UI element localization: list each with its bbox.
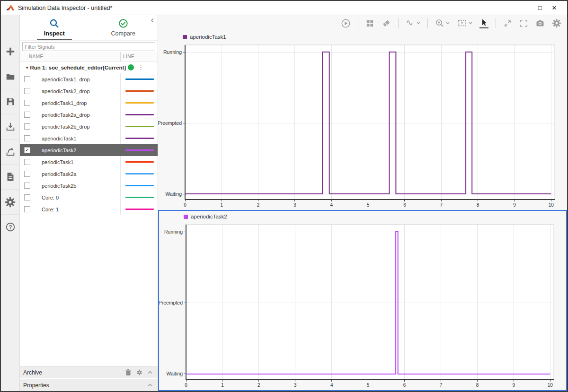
maximize-button[interactable]: □ — [533, 2, 547, 14]
signal-checkbox[interactable] — [24, 183, 30, 189]
signal-name: Core: 1 — [42, 207, 120, 212]
line-column — [120, 85, 158, 97]
signal-checkbox[interactable] — [24, 112, 30, 118]
signal-name: periodicTask1 — [42, 159, 120, 165]
fullscreen-button[interactable] — [519, 19, 528, 28]
signal-panel: Inspect Compare NAME LINE ▾ Run 1: soc_s… — [20, 15, 158, 391]
signal-checkbox[interactable] — [24, 159, 30, 165]
signal-row[interactable]: aperiodicTask2_drop — [20, 85, 158, 97]
chevron-down-icon — [417, 22, 420, 25]
svg-text:Preempted: Preempted — [159, 300, 183, 305]
signal-list: aperiodicTask1_drop aperiodicTask2_drop … — [20, 73, 158, 215]
svg-text:8: 8 — [477, 202, 479, 208]
signal-name: periodicTask1_drop — [42, 100, 120, 106]
close-button[interactable]: ✕ — [547, 2, 561, 14]
signal-checkbox[interactable] — [24, 135, 30, 141]
preferences-button[interactable] — [1, 189, 19, 214]
open-button[interactable] — [1, 64, 19, 89]
import-button[interactable] — [1, 114, 19, 139]
signal-row[interactable]: ✓ aperiodicTask2 — [20, 144, 158, 156]
legend-label: aperiodicTask2 — [191, 214, 227, 219]
layout-grid-button[interactable] — [365, 19, 374, 28]
signal-row[interactable]: periodicTask2a — [20, 168, 158, 180]
signal-name: periodicTask2a_drop — [42, 112, 120, 118]
legend-swatch — [184, 215, 188, 219]
signal-row[interactable]: Core: 1 — [20, 203, 158, 215]
signal-checkbox[interactable]: ✓ — [24, 147, 30, 153]
chevron-left-icon[interactable] — [149, 17, 156, 24]
create-report-button[interactable] — [1, 164, 19, 189]
line-column — [120, 156, 158, 168]
replay-button[interactable] — [341, 18, 351, 28]
signal-checkbox[interactable] — [24, 194, 30, 200]
svg-text:0: 0 — [184, 202, 186, 208]
kebab-menu-icon[interactable]: ⋮ — [138, 64, 144, 70]
svg-text:9: 9 — [513, 202, 516, 208]
archive-settings-button[interactable] — [136, 369, 142, 375]
run-expand-caret-icon[interactable]: ▾ — [26, 65, 28, 70]
fit-to-view-button[interactable] — [457, 18, 472, 28]
export-button[interactable] — [1, 139, 19, 164]
signal-checkbox[interactable] — [24, 206, 30, 212]
camera-icon — [535, 18, 545, 28]
toolbar-separator — [496, 18, 496, 28]
signal-line-swatch — [125, 114, 154, 115]
subplot-2-selected[interactable]: aperiodicTask2 012345678910WaitingPreemp… — [158, 210, 567, 391]
signal-checkbox[interactable] — [24, 171, 30, 177]
signal-row[interactable]: aperiodicTask1_drop — [20, 73, 158, 85]
tab-inspect[interactable]: Inspect — [20, 15, 89, 40]
subplot-1-legend: aperiodicTask1 — [158, 31, 567, 43]
archive-trash-button[interactable] — [125, 369, 132, 376]
snapshot-button[interactable] — [535, 18, 545, 28]
tab-compare-label: Compare — [111, 30, 135, 37]
line-column — [120, 109, 158, 121]
signal-checkbox[interactable] — [24, 76, 30, 82]
line-column — [120, 203, 158, 215]
svg-text:?: ? — [9, 224, 12, 230]
signal-checkbox[interactable] — [24, 88, 30, 94]
svg-text:0: 0 — [185, 383, 187, 388]
archive-collapse-button[interactable] — [147, 370, 153, 375]
toolbar-separator — [427, 18, 428, 28]
subplot-1-canvas[interactable]: 012345678910WaitingPreemptedRunning — [158, 43, 567, 210]
svg-text:3: 3 — [294, 383, 297, 388]
column-header-name: NAME — [20, 54, 120, 59]
matlab-logo-icon — [6, 4, 15, 12]
cursor-tool-button[interactable] — [479, 18, 488, 28]
properties-collapse-button[interactable] — [147, 383, 153, 387]
signal-options-button[interactable] — [406, 18, 420, 28]
clear-plots-button[interactable] — [382, 18, 391, 28]
add-button[interactable] — [1, 39, 19, 64]
fit-to-view-icon — [457, 18, 467, 28]
signal-checkbox[interactable] — [24, 123, 30, 130]
archive-label: Archive — [23, 369, 125, 376]
save-button[interactable] — [1, 89, 19, 114]
signal-row[interactable]: periodicTask1 — [20, 156, 158, 168]
expand-plot-button[interactable] — [503, 19, 512, 28]
signal-name: periodicTask2b — [42, 183, 120, 189]
zoom-button[interactable] — [435, 18, 450, 28]
signal-checkbox[interactable] — [24, 100, 30, 106]
filter-signals-input[interactable] — [22, 42, 155, 51]
subplot-2-canvas[interactable]: 012345678910WaitingPreemptedRunning — [159, 222, 566, 390]
plot-settings-button[interactable] — [552, 18, 561, 28]
signal-row[interactable]: periodicTask2a_drop — [20, 109, 158, 121]
help-button[interactable]: ? — [1, 214, 19, 239]
settings-gear-icon — [552, 18, 561, 28]
signal-row[interactable]: aperiodicTask1 — [20, 132, 158, 144]
import-icon — [5, 122, 16, 132]
signal-row[interactable]: Core: 0 — [20, 192, 158, 203]
signal-row[interactable]: periodicTask1_drop — [20, 97, 158, 109]
magnifier-icon — [49, 18, 59, 28]
properties-section-header[interactable]: Properties — [20, 379, 158, 391]
left-toolbar: ? — [1, 15, 20, 391]
signal-row[interactable]: periodicTask2b_drop — [20, 121, 158, 132]
archive-section-header[interactable]: Archive — [20, 366, 158, 378]
signal-row[interactable]: periodicTask2b — [20, 180, 158, 192]
svg-text:Waiting: Waiting — [166, 371, 183, 376]
subplot-1[interactable]: aperiodicTask1 012345678910WaitingPreemp… — [158, 31, 567, 210]
svg-text:5: 5 — [367, 202, 370, 208]
tab-compare[interactable]: Compare — [89, 15, 158, 40]
run-group-row[interactable]: ▾ Run 1: soc_schedule_editor[Current] ⋮ — [20, 61, 158, 73]
legend-label: aperiodicTask1 — [190, 34, 226, 40]
